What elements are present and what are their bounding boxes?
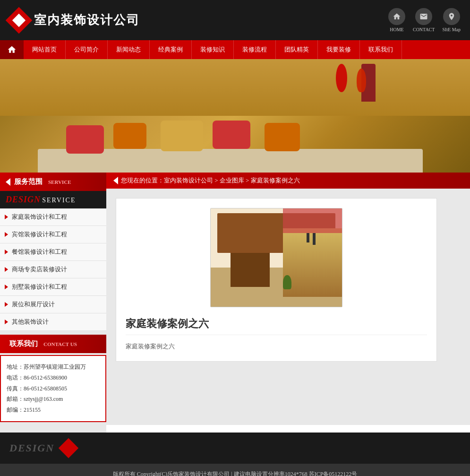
sidebar: 服务范围 SERVICE DESIGN SERVICE 家庭装饰设计和工程 宾馆… bbox=[0, 173, 106, 433]
product-image-box bbox=[210, 208, 342, 307]
content-area: 服务范围 SERVICE DESIGN SERVICE 家庭装饰设计和工程 宾馆… bbox=[0, 173, 470, 433]
menu-item-exhibition-design[interactable]: 展位和展厅设计 bbox=[0, 296, 106, 313]
nav-item-news[interactable]: 新闻动态 bbox=[108, 40, 150, 59]
main-content: 您现在的位置：室内装饰设计公司 > 企业图库 > 家庭装修案例之六 bbox=[106, 173, 470, 433]
main-inner: 家庭装修案例之六 家庭装修案例之六 bbox=[106, 189, 470, 425]
menu-arrow-icon bbox=[5, 302, 8, 307]
home-nav-label: HOME bbox=[390, 27, 403, 32]
contact-fax: 传真：86-0512-65808505 bbox=[7, 383, 100, 394]
breadcrumb-text: 您现在的位置：室内装饰设计公司 > 企业图库 > 家庭装修案例之六 bbox=[121, 176, 300, 185]
nav-home-icon[interactable] bbox=[0, 40, 24, 59]
nav-item-contactus[interactable]: 联系我们 bbox=[360, 40, 402, 59]
service-title-arrow bbox=[6, 178, 10, 186]
logo-text: 室内装饰设计公司 bbox=[34, 12, 140, 28]
menu-arrow-icon bbox=[5, 250, 8, 254]
nav-item-about[interactable]: 公司简介 bbox=[66, 40, 108, 59]
design-label: DESIGN bbox=[6, 195, 41, 204]
banner bbox=[0, 59, 470, 173]
main-nav: 网站首页 公司简介 新闻动态 经典案例 装修知识 装修流程 团队精英 我要装修 … bbox=[0, 40, 470, 59]
menu-item-label: 宾馆装修设计和工程 bbox=[12, 230, 67, 239]
product-image-area bbox=[126, 208, 427, 307]
product-card: 家庭装修案例之六 家庭装修案例之六 bbox=[116, 198, 437, 362]
footer-design-bar: DESIGN bbox=[0, 433, 470, 464]
nav-item-team[interactable]: 团队精英 bbox=[276, 40, 318, 59]
design-service-banner: DESIGN SERVICE bbox=[0, 191, 106, 208]
menu-item-label: 商场专卖店装修设计 bbox=[12, 265, 67, 274]
nav-item-contact2[interactable]: 我要装修 bbox=[318, 40, 360, 59]
footer-design-text: DESIGN bbox=[9, 442, 54, 454]
contact-address: 地址：苏州望亭镇迎湖工业园万 bbox=[7, 362, 100, 372]
service-section-title: 服务范围 SERVICE bbox=[0, 173, 106, 191]
menu-item-label: 别墅装修设计和工程 bbox=[12, 283, 67, 291]
home-nav-button[interactable]: HOME bbox=[388, 8, 405, 32]
menu-item-hotel-design[interactable]: 宾馆装修设计和工程 bbox=[0, 226, 106, 243]
menu-arrow-icon bbox=[5, 232, 8, 237]
contact-email: 邮箱：sztysjj@163.com bbox=[7, 394, 100, 405]
nav-item-home[interactable]: 网站首页 bbox=[24, 40, 66, 59]
sidebar-menu: 家庭装饰设计和工程 宾馆装修设计和工程 餐馆装修设计和工程 商场专卖店装修设计 … bbox=[0, 208, 106, 331]
breadcrumb-arrow-icon bbox=[113, 177, 118, 184]
nav-item-cases[interactable]: 经典案例 bbox=[150, 40, 192, 59]
logo-diamond-icon bbox=[6, 7, 33, 34]
nav-item-knowledge[interactable]: 装修知识 bbox=[192, 40, 234, 59]
footer-copyright: 版权所有 Copyright(C)乐饰家装饰设计有限公司 | 建议电脑设置分辨率… bbox=[0, 464, 470, 476]
menu-item-shop-design[interactable]: 商场专卖店装修设计 bbox=[0, 261, 106, 278]
service-subtitle-label: SERVICE bbox=[48, 179, 71, 185]
menu-item-label: 家庭装饰设计和工程 bbox=[12, 213, 67, 221]
menu-item-villa-design[interactable]: 别墅装修设计和工程 bbox=[0, 278, 106, 296]
menu-item-other-design[interactable]: 其他装饰设计 bbox=[0, 313, 106, 331]
footer-diamond-icon bbox=[59, 438, 78, 458]
contact-subtitle-label: CONTACT US bbox=[43, 341, 77, 347]
menu-item-label: 展位和展厅设计 bbox=[12, 300, 55, 309]
header-nav-icons: HOME CONTACT SItE Map bbox=[388, 8, 461, 32]
menu-arrow-icon bbox=[5, 285, 8, 289]
nav-item-process[interactable]: 装修流程 bbox=[234, 40, 276, 59]
contact-zip: 邮编：215155 bbox=[7, 405, 100, 415]
service-label: SERVICE bbox=[42, 197, 76, 204]
footer-copyright-text: 版权所有 Copyright(C)乐饰家装饰设计有限公司 | 建议电脑设置分辨率… bbox=[113, 471, 358, 476]
contact-nav-button[interactable]: CONTACT bbox=[413, 8, 435, 32]
logo-area: 室内装饰设计公司 bbox=[9, 11, 140, 30]
service-title-label: 服务范围 bbox=[14, 177, 43, 186]
menu-item-home-design[interactable]: 家庭装饰设计和工程 bbox=[0, 208, 106, 226]
contact-nav-label: CONTACT bbox=[413, 27, 435, 32]
header: 室内装饰设计公司 HOME CONTACT SItE Map bbox=[0, 0, 470, 40]
footer: DESIGN 版权所有 Copyright(C)乐饰家装饰设计有限公司 | 建议… bbox=[0, 433, 470, 476]
contact-info-box: 地址：苏州望亭镇迎湖工业园万 电话：86-0512-65386900 传真：86… bbox=[0, 355, 106, 422]
contact-section-title: 联系我们 CONTACT US bbox=[0, 335, 106, 353]
breadcrumb-bar: 您现在的位置：室内装饰设计公司 > 企业图库 > 家庭装修案例之六 bbox=[106, 173, 470, 189]
menu-item-restaurant-design[interactable]: 餐馆装修设计和工程 bbox=[0, 243, 106, 261]
product-description: 家庭装修案例之六 bbox=[126, 341, 427, 352]
menu-item-label: 餐馆装修设计和工程 bbox=[12, 248, 67, 256]
sitemap-nav-button[interactable]: SItE Map bbox=[442, 8, 461, 32]
sitemap-nav-label: SItE Map bbox=[442, 27, 461, 32]
menu-item-label: 其他装饰设计 bbox=[12, 318, 49, 326]
contact-title-label: 联系我们 bbox=[9, 339, 38, 348]
menu-arrow-icon bbox=[5, 215, 8, 219]
contact-phone: 电话：86-0512-65386900 bbox=[7, 372, 100, 383]
product-title: 家庭装修案例之六 bbox=[126, 317, 427, 335]
menu-arrow-icon bbox=[5, 320, 8, 324]
menu-arrow-icon bbox=[5, 267, 8, 272]
